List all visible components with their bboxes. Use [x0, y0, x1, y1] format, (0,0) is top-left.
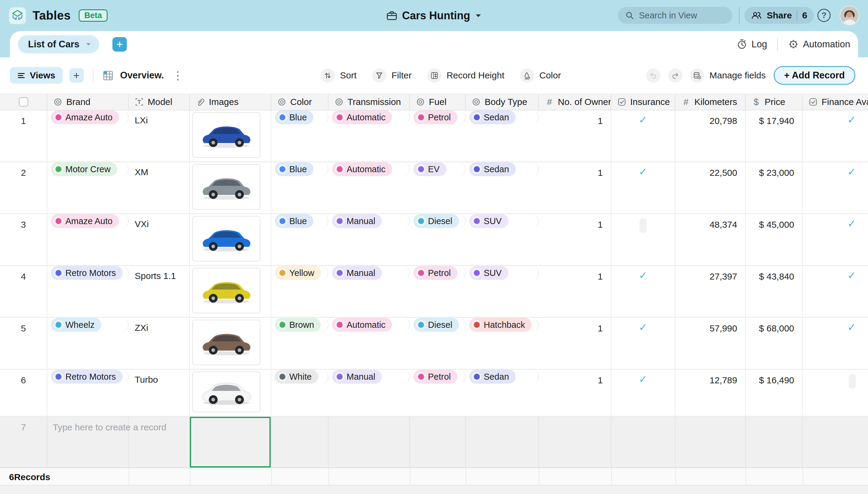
- cell-fuel[interactable]: Petrol: [410, 266, 466, 280]
- cell-images[interactable]: [190, 318, 271, 369]
- cell-fuel[interactable]: Petrol: [410, 370, 466, 384]
- column-header-transmission[interactable]: Transmission: [329, 94, 410, 110]
- cell-owners[interactable]: 1: [539, 110, 611, 162]
- cell-kilometers[interactable]: 12,789: [675, 370, 746, 416]
- cell-price[interactable]: $ 45,000: [746, 214, 803, 265]
- cell-owners[interactable]: 1: [539, 214, 611, 265]
- add-record-button[interactable]: + Add Record: [774, 66, 855, 85]
- select-all-checkbox[interactable]: [19, 97, 28, 107]
- help-button[interactable]: ?: [817, 9, 831, 22]
- record-height-button[interactable]: Record Height: [427, 69, 505, 83]
- new-row-cell-kilometers[interactable]: [675, 417, 746, 468]
- column-header-body_type[interactable]: Body Type: [466, 94, 539, 110]
- cell-images[interactable]: [190, 214, 271, 265]
- manage-fields-button[interactable]: Manage fields: [690, 69, 766, 83]
- cell-fuel[interactable]: EV: [410, 162, 466, 176]
- cell-brand[interactable]: Amaze Auto: [47, 214, 129, 228]
- cell-color[interactable]: Yellow: [271, 266, 329, 280]
- cell-color[interactable]: Blue: [271, 214, 329, 228]
- cell-finance[interactable]: [803, 370, 868, 416]
- search-input[interactable]: Search in View: [618, 7, 732, 24]
- selected-cell[interactable]: [190, 417, 271, 468]
- cell-price[interactable]: $ 68,000: [746, 318, 803, 369]
- cell-kilometers[interactable]: 20,798: [675, 110, 746, 162]
- cell-price[interactable]: $ 43,840: [746, 266, 803, 317]
- cell-body_type[interactable]: SUV: [466, 214, 539, 228]
- cell-price[interactable]: $ 23,000: [746, 162, 803, 213]
- tab-list-of-cars[interactable]: List of Cars: [18, 35, 99, 53]
- filter-button[interactable]: Filter: [372, 69, 412, 83]
- cell-owners[interactable]: 1: [539, 162, 611, 213]
- undo-button[interactable]: [646, 69, 660, 83]
- cell-kilometers[interactable]: 57,990: [675, 318, 746, 369]
- cell-brand[interactable]: Amaze Auto: [47, 110, 129, 124]
- redo-button[interactable]: [668, 69, 682, 83]
- app-logo[interactable]: [9, 7, 26, 24]
- cell-model[interactable]: LXi: [129, 110, 190, 162]
- cell-brand[interactable]: Retro Motors: [47, 370, 129, 384]
- cell-images[interactable]: [190, 110, 271, 162]
- user-avatar[interactable]: [840, 6, 859, 25]
- cell-finance[interactable]: ✓: [803, 214, 868, 265]
- cell-owners[interactable]: 1: [539, 370, 611, 416]
- cell-finance[interactable]: ✓: [803, 266, 868, 317]
- column-header-model[interactable]: Model: [129, 94, 190, 110]
- cell-model[interactable]: ZXi: [129, 318, 190, 369]
- color-button[interactable]: Color: [520, 69, 561, 83]
- attachment-thumbnail[interactable]: [192, 320, 260, 365]
- log-button[interactable]: Log: [736, 39, 767, 50]
- column-header-color[interactable]: Color: [271, 94, 329, 110]
- column-header-fuel[interactable]: Fuel: [410, 94, 466, 110]
- attachment-thumbnail[interactable]: [192, 372, 260, 412]
- column-header-images[interactable]: Images: [190, 94, 271, 110]
- new-row-cell-price[interactable]: [746, 417, 803, 468]
- cell-images[interactable]: [190, 266, 271, 317]
- cell-color[interactable]: White: [271, 370, 329, 384]
- add-sheet-button[interactable]: [113, 37, 127, 52]
- cell-insurance[interactable]: ✓: [611, 110, 675, 162]
- new-row-cell-body_type[interactable]: [466, 417, 539, 468]
- cell-body_type[interactable]: Sedan: [466, 110, 539, 124]
- cell-transmission[interactable]: Manual: [329, 370, 410, 384]
- cell-brand[interactable]: Wheelz: [47, 318, 129, 332]
- cell-kilometers[interactable]: 22,500: [675, 162, 746, 213]
- new-row-cell-model[interactable]: [129, 417, 190, 468]
- new-row-cell-fuel[interactable]: [410, 417, 466, 468]
- cell-insurance[interactable]: ✓: [611, 162, 675, 213]
- column-header-finance[interactable]: Finance Avai: [803, 94, 868, 110]
- attachment-thumbnail[interactable]: [192, 112, 260, 158]
- cell-insurance[interactable]: [611, 214, 675, 265]
- cell-model[interactable]: Sports 1.1: [129, 266, 190, 317]
- cell-insurance[interactable]: ✓: [611, 318, 675, 369]
- cell-finance[interactable]: ✓: [803, 162, 868, 213]
- cell-color[interactable]: Brown: [271, 318, 329, 332]
- column-header-owners[interactable]: #No. of Owners: [539, 94, 611, 110]
- new-record-row[interactable]: 7Type here to create a record: [0, 417, 868, 468]
- sort-button[interactable]: Sort: [321, 69, 357, 83]
- cell-finance[interactable]: ✓: [803, 110, 868, 162]
- cell-brand[interactable]: Motor Crew: [47, 162, 129, 176]
- attachment-thumbnail[interactable]: [192, 164, 260, 210]
- add-view-button[interactable]: [69, 68, 84, 83]
- column-header-price[interactable]: $Price: [746, 94, 803, 110]
- column-header-insurance[interactable]: Insurance: [611, 94, 675, 110]
- cell-color[interactable]: Blue: [271, 110, 329, 124]
- cell-color[interactable]: Blue: [271, 162, 329, 176]
- attachment-thumbnail[interactable]: [192, 268, 260, 314]
- cell-body_type[interactable]: Sedan: [466, 162, 539, 176]
- column-header-brand[interactable]: Brand: [47, 94, 129, 110]
- cell-insurance[interactable]: ✓: [611, 370, 675, 416]
- cell-model[interactable]: XM: [129, 162, 190, 213]
- cell-price[interactable]: $ 17,940: [746, 110, 803, 162]
- cell-model[interactable]: VXi: [129, 214, 190, 265]
- workspace-switcher[interactable]: Cars Hunting: [387, 10, 481, 22]
- automation-button[interactable]: Automation: [788, 39, 850, 50]
- cell-images[interactable]: [190, 162, 271, 213]
- cell-fuel[interactable]: Diesel: [410, 318, 466, 332]
- cell-owners[interactable]: 1: [539, 318, 611, 369]
- cell-insurance[interactable]: ✓: [611, 266, 675, 317]
- new-row-cell-color[interactable]: [271, 417, 329, 468]
- cell-fuel[interactable]: Petrol: [410, 110, 466, 124]
- view-options-kebab-icon[interactable]: ⋮: [172, 70, 183, 81]
- cell-brand[interactable]: Retro Motors: [47, 266, 129, 280]
